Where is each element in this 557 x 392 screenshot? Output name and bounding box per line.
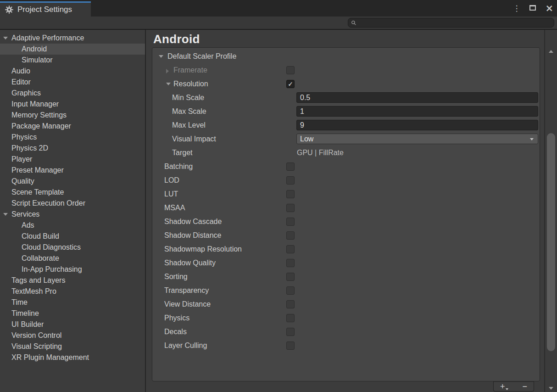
gear-icon [5, 6, 13, 14]
sidebar-item-ads[interactable]: Ads [0, 220, 145, 231]
sidebar-item-graphics[interactable]: Graphics [0, 88, 145, 99]
sidebar-item-label: Package Manager [11, 122, 71, 130]
sidebar-item-label: Timeline [11, 309, 39, 317]
scroll-down-icon[interactable] [549, 387, 553, 390]
sidebar-item-time[interactable]: Time [0, 297, 145, 308]
max-scale-input[interactable]: 1 [296, 106, 538, 117]
sidebar-item-services[interactable]: Services [0, 209, 145, 220]
sidebar-item-audio[interactable]: Audio [0, 66, 145, 77]
framerate-label: Framerate [173, 66, 207, 74]
maximize-icon[interactable] [529, 5, 536, 12]
sidebar-item-label: Physics [11, 133, 37, 141]
view-distance-checkbox[interactable] [286, 300, 295, 308]
max-level-input[interactable]: 9 [296, 120, 538, 130]
sidebar-item-cloud-diagnostics[interactable]: Cloud Diagnostics [0, 242, 145, 253]
framerate-checkbox[interactable] [286, 66, 295, 74]
decals-checkbox[interactable] [286, 328, 295, 336]
sidebar-item-package-manager[interactable]: Package Manager [0, 121, 145, 132]
physics-row: Physics [152, 311, 540, 325]
close-icon[interactable]: × [545, 4, 553, 13]
shadow-cascade-checkbox[interactable] [286, 218, 295, 226]
layer-culling-row: Layer Culling [152, 339, 540, 353]
sidebar-item-xr-plugin-management[interactable]: XR Plugin Management [0, 352, 145, 363]
sidebar-item-script-execution-order[interactable]: Script Execution Order [0, 198, 145, 209]
sidebar-item-version-control[interactable]: Version Control [0, 330, 145, 341]
settings-category-list: Adaptive Performance Android Simulator A… [0, 30, 146, 392]
transparency-checkbox[interactable] [286, 286, 295, 295]
sidebar-item-android[interactable]: Android [0, 44, 145, 55]
sidebar-item-preset-manager[interactable]: Preset Manager [0, 165, 145, 176]
sidebar-item-player[interactable]: Player [0, 154, 145, 165]
sidebar-item-ui-builder[interactable]: UI Builder [0, 319, 145, 330]
foldout-arrow-icon[interactable] [3, 213, 8, 216]
remove-button[interactable]: − [522, 382, 527, 391]
add-button[interactable]: + [500, 382, 508, 391]
visual-impact-dropdown[interactable]: Low [296, 134, 538, 144]
page-title: Android [153, 32, 200, 46]
sidebar-item-scene-template[interactable]: Scene Template [0, 187, 145, 198]
sidebar-item-collaborate[interactable]: Collaborate [0, 253, 145, 264]
layer-culling-checkbox[interactable] [286, 342, 295, 350]
foldout-arrow-icon[interactable] [159, 55, 163, 58]
sidebar-item-label: Scene Template [11, 188, 64, 196]
sidebar-item-label: UI Builder [11, 320, 44, 328]
default-scaler-profile-label: Default Scaler Profile [167, 52, 236, 61]
sidebar-item-textmesh-pro[interactable]: TextMesh Pro [0, 286, 145, 297]
search-input[interactable] [348, 18, 554, 28]
scroll-up-icon[interactable] [549, 50, 553, 53]
foldout-arrow-icon[interactable] [166, 69, 169, 73]
sidebar-item-label: Editor [11, 78, 31, 86]
foldout-arrow-icon[interactable] [3, 37, 8, 39]
sidebar-item-label: Services [11, 210, 39, 218]
batching-checkbox[interactable] [286, 162, 295, 171]
batching-row: Batching [152, 160, 540, 174]
lod-checkbox[interactable] [286, 176, 295, 185]
sidebar-item-visual-scripting[interactable]: Visual Scripting [0, 341, 145, 352]
view-distance-label: View Distance [164, 300, 211, 308]
sidebar-item-label: Time [11, 298, 28, 306]
kebab-menu-icon[interactable]: ⋮ [512, 5, 520, 12]
shadowmap-resolution-checkbox[interactable] [286, 245, 295, 253]
sidebar-item-adaptive-performance[interactable]: Adaptive Performance [0, 33, 145, 44]
sidebar-item-editor[interactable]: Editor [0, 77, 145, 88]
msaa-checkbox[interactable] [286, 204, 295, 212]
sidebar-item-cloud-build[interactable]: Cloud Build [0, 231, 145, 242]
decals-row: Decals [152, 325, 540, 339]
sidebar-item-label: Cloud Diagnostics [22, 243, 81, 251]
resolution-checkbox[interactable]: ✓ [286, 80, 295, 88]
msaa-row: MSAA [152, 201, 540, 215]
scrollbar[interactable] [544, 30, 557, 392]
tab-project-settings[interactable]: Project Settings [0, 1, 91, 17]
shadowmap-resolution-label: Shadowmap Resolution [164, 245, 242, 253]
list-footer: + − [493, 381, 534, 392]
sidebar-item-label: Script Execution Order [11, 199, 85, 207]
sidebar-item-label: In-App Purchasing [22, 265, 82, 273]
sidebar-item-physics[interactable]: Physics [0, 132, 145, 143]
sidebar-item-in-app-purchasing[interactable]: In-App Purchasing [0, 264, 145, 275]
lod-label: LOD [164, 176, 179, 185]
scaler-settings-panel: Default Scaler Profile Framerate Resolut… [152, 47, 540, 381]
sidebar-item-simulator[interactable]: Simulator [0, 55, 145, 66]
sidebar-item-label: Cloud Build [22, 232, 59, 240]
project-settings-window: Project Settings ⋮ × Adaptive Performanc… [0, 0, 557, 392]
physics-checkbox[interactable] [286, 314, 295, 322]
shadow-distance-checkbox[interactable] [286, 231, 295, 240]
sidebar-item-label: Physics 2D [11, 144, 48, 152]
sidebar-item-quality[interactable]: Quality [0, 176, 145, 187]
resolution-row: Resolution ✓ [152, 77, 540, 91]
shadow-quality-checkbox[interactable] [286, 259, 295, 267]
sidebar-item-label: Simulator [22, 56, 53, 64]
sidebar-item-timeline[interactable]: Timeline [0, 308, 145, 319]
lut-checkbox[interactable] [286, 190, 295, 198]
sidebar-item-input-manager[interactable]: Input Manager [0, 99, 145, 110]
sidebar-item-memory-settings[interactable]: Memory Settings [0, 110, 145, 121]
min-scale-input[interactable]: 0.5 [296, 92, 538, 103]
foldout-arrow-icon[interactable] [166, 83, 171, 85]
search-icon [351, 20, 356, 26]
sidebar-item-physics-2d[interactable]: Physics 2D [0, 143, 145, 154]
sidebar-item-tags-and-layers[interactable]: Tags and Layers [0, 275, 145, 286]
sorting-checkbox[interactable] [286, 273, 295, 281]
view-distance-row: View Distance [152, 297, 540, 311]
scrollbar-thumb[interactable] [547, 133, 555, 351]
lut-row: LUT [152, 187, 540, 201]
